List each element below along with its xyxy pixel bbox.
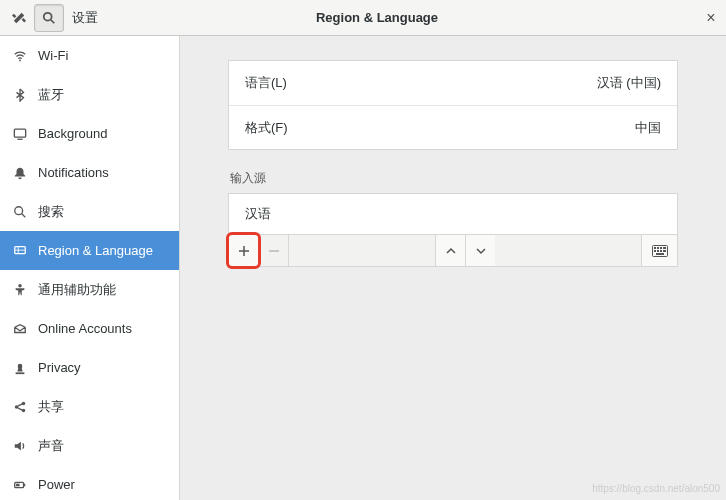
sidebar-item-label: Privacy [38, 360, 81, 375]
svg-rect-3 [14, 129, 25, 137]
svg-point-5 [15, 206, 23, 214]
sidebar-item-wifi[interactable]: Wi-Fi [0, 36, 179, 75]
accounts-icon [12, 321, 28, 337]
lock-icon [12, 360, 28, 376]
move-up-button[interactable] [435, 235, 465, 266]
titlebar: 设置 Region & Language × [0, 0, 726, 36]
bell-icon [12, 165, 28, 181]
watermark: https://blog.csdn.net/alon500 [592, 483, 720, 494]
remove-input-source-button[interactable] [259, 235, 289, 266]
sidebar-item-label: 搜索 [38, 203, 64, 221]
input-sources-title: 输入源 [230, 170, 678, 187]
language-label: 语言(L) [245, 74, 287, 92]
sidebar-item-online-accounts[interactable]: Online Accounts [0, 309, 179, 348]
svg-line-6 [22, 213, 26, 217]
language-formats-panel: 语言(L) 汉语 (中国) 格式(F) 中国 [228, 60, 678, 150]
plus-icon [238, 245, 250, 257]
svg-rect-24 [654, 247, 656, 249]
bluetooth-icon [12, 87, 28, 103]
sidebar-item-label: Region & Language [38, 243, 153, 258]
sidebar-item-label: Notifications [38, 165, 109, 180]
svg-rect-26 [660, 247, 662, 249]
add-input-source-button[interactable] [229, 235, 259, 266]
sidebar-item-label: Wi-Fi [38, 48, 68, 63]
svg-line-16 [18, 407, 22, 409]
sidebar-item-accessibility[interactable]: 通用辅助功能 [0, 270, 179, 309]
sidebar-item-background[interactable]: Background [0, 114, 179, 153]
sidebar-item-label: Online Accounts [38, 321, 132, 336]
sidebar-item-power[interactable]: Power [0, 465, 179, 500]
keyboard-icon [652, 245, 668, 257]
display-icon [12, 126, 28, 142]
svg-rect-27 [663, 247, 666, 249]
close-button[interactable]: × [696, 0, 726, 36]
svg-rect-18 [24, 483, 25, 486]
input-sources-toolbar [228, 235, 678, 267]
search-icon [12, 204, 28, 220]
sidebar-item-label: Background [38, 126, 107, 141]
svg-rect-25 [657, 247, 659, 249]
sound-icon [12, 438, 28, 454]
svg-rect-11 [16, 372, 25, 374]
sidebar-item-search[interactable]: 搜索 [0, 192, 179, 231]
settings-label: 设置 [72, 9, 98, 27]
chevron-down-icon [476, 246, 486, 256]
search-button[interactable] [34, 4, 64, 32]
svg-point-14 [22, 408, 26, 412]
input-sources-panel: 汉语 [228, 193, 678, 235]
sidebar-item-notifications[interactable]: Notifications [0, 153, 179, 192]
sidebar-item-label: 共享 [38, 398, 64, 416]
svg-point-10 [18, 283, 22, 287]
sidebar-item-privacy[interactable]: Privacy [0, 348, 179, 387]
sidebar-item-sharing[interactable]: 共享 [0, 387, 179, 426]
tools-icon[interactable] [4, 4, 34, 32]
svg-rect-28 [654, 250, 656, 252]
titlebar-left: 设置 [0, 4, 98, 32]
sidebar: Wi-Fi 蓝牙 Background Notifications 搜索 Reg… [0, 36, 180, 500]
formats-row[interactable]: 格式(F) 中国 [229, 105, 677, 149]
language-value: 汉语 (中国) [597, 74, 661, 92]
svg-rect-29 [657, 250, 659, 252]
svg-line-1 [51, 19, 55, 23]
svg-point-2 [19, 59, 21, 61]
minus-icon [268, 245, 280, 257]
formats-label: 格式(F) [245, 119, 288, 137]
main-content: 语言(L) 汉语 (中国) 格式(F) 中国 输入源 汉语 [180, 36, 726, 500]
sidebar-item-region-language[interactable]: Region & Language [0, 231, 179, 270]
page-title: Region & Language [98, 10, 696, 25]
sidebar-item-sound[interactable]: 声音 [0, 426, 179, 465]
svg-rect-19 [16, 483, 20, 486]
share-icon [12, 399, 28, 415]
svg-point-13 [22, 401, 26, 405]
svg-rect-31 [663, 250, 666, 252]
globe-icon [12, 243, 28, 259]
accessibility-icon [12, 282, 28, 298]
language-row[interactable]: 语言(L) 汉语 (中国) [229, 61, 677, 105]
keyboard-layout-button[interactable] [641, 235, 677, 266]
svg-line-15 [18, 403, 22, 405]
chevron-up-icon [446, 246, 456, 256]
sidebar-item-label: 声音 [38, 437, 64, 455]
sidebar-item-bluetooth[interactable]: 蓝牙 [0, 75, 179, 114]
formats-value: 中国 [635, 119, 661, 137]
input-source-row[interactable]: 汉语 [229, 194, 677, 234]
wifi-icon [12, 48, 28, 64]
svg-point-0 [44, 12, 52, 20]
input-source-name: 汉语 [245, 205, 271, 223]
sidebar-item-label: 蓝牙 [38, 86, 64, 104]
move-down-button[interactable] [465, 235, 495, 266]
power-icon [12, 477, 28, 493]
svg-rect-32 [656, 253, 664, 255]
svg-rect-30 [660, 250, 662, 252]
sidebar-item-label: Power [38, 477, 75, 492]
sidebar-item-label: 通用辅助功能 [38, 281, 116, 299]
